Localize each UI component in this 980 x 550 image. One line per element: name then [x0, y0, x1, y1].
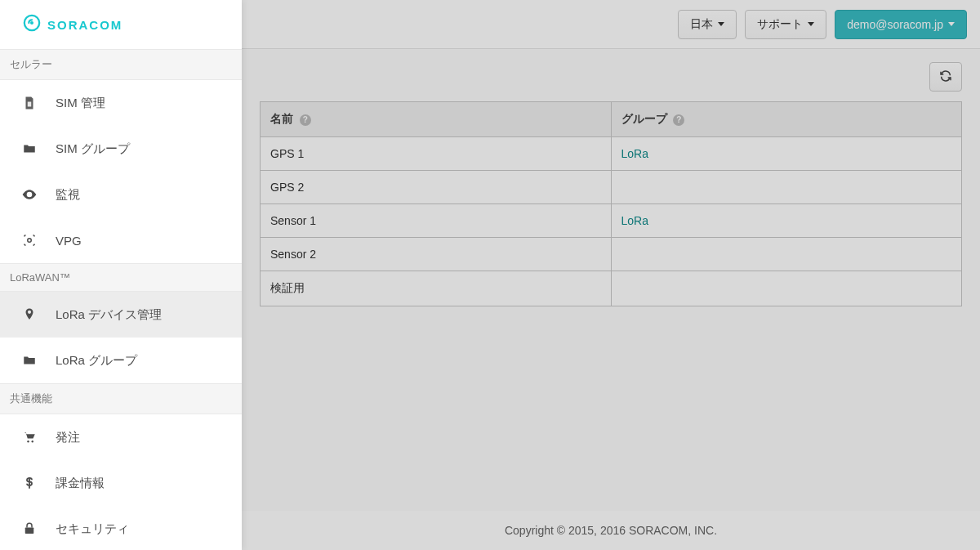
- sidebar: SORACOM セルラー SIM 管理 SIM グループ 監視 VPG LoRa…: [0, 0, 242, 550]
- sidebar-section-common: 共通機能: [0, 383, 242, 414]
- copyright-text: Copyright © 2015, 2016 SORACOM, INC.: [505, 524, 717, 537]
- folder-icon: [21, 352, 38, 369]
- support-dropdown[interactable]: サポート: [745, 10, 826, 39]
- cell-group: [611, 238, 962, 271]
- sidebar-item-label: 課金情報: [56, 476, 105, 491]
- logo-mark-icon: [23, 14, 41, 35]
- sidebar-item-label: LoRa グループ: [56, 353, 137, 369]
- column-header-name[interactable]: 名前 ?: [261, 102, 612, 137]
- cell-group: LoRa: [611, 204, 962, 238]
- help-icon[interactable]: ?: [673, 114, 684, 126]
- table-row[interactable]: GPS 2: [261, 171, 962, 204]
- table-toolbar: [260, 62, 962, 92]
- sim-icon: [21, 95, 38, 111]
- group-link[interactable]: LoRa: [621, 147, 648, 160]
- cell-name: Sensor 1: [261, 204, 612, 238]
- cart-icon: [21, 429, 38, 445]
- table-row[interactable]: GPS 1LoRa: [261, 137, 962, 171]
- chevron-down-icon: [948, 22, 955, 26]
- language-label: 日本: [690, 17, 713, 32]
- cell-name: Sensor 2: [261, 238, 612, 271]
- chevron-down-icon: [718, 22, 724, 26]
- table-row[interactable]: 検証用: [261, 271, 962, 306]
- account-dropdown[interactable]: demo@soracom.jp: [835, 10, 967, 39]
- sidebar-item-security[interactable]: セキュリティ: [0, 506, 242, 550]
- sidebar-section-cellular: セルラー: [0, 49, 242, 80]
- svg-point-5: [27, 440, 29, 442]
- help-icon[interactable]: ?: [300, 114, 311, 126]
- content: 名前 ? グループ ? GPS 1LoRaGPS 2Sensor 1LoRaSe…: [242, 49, 980, 511]
- sidebar-item-label: LoRa デバイス管理: [56, 307, 162, 323]
- main-area: 日本 サポート demo@soracom.jp 名前 ?: [242, 0, 980, 550]
- svg-point-4: [28, 239, 32, 243]
- brand-name: SORACOM: [47, 18, 122, 32]
- svg-point-3: [28, 193, 30, 195]
- sidebar-item-label: SIM 管理: [56, 96, 105, 111]
- column-header-label: グループ: [621, 112, 667, 125]
- cell-name: 検証用: [261, 271, 612, 306]
- svg-point-6: [32, 440, 33, 442]
- lock-icon: [21, 521, 38, 537]
- sidebar-item-lora-group[interactable]: LoRa グループ: [0, 338, 242, 383]
- eye-icon: [21, 186, 38, 203]
- sidebar-item-order[interactable]: 発注: [0, 414, 242, 460]
- group-link[interactable]: LoRa: [621, 214, 648, 227]
- svg-rect-7: [25, 528, 34, 534]
- table-header-row: 名前 ? グループ ?: [261, 102, 962, 137]
- sidebar-item-vpg[interactable]: VPG: [0, 217, 242, 263]
- footer: Copyright © 2015, 2016 SORACOM, INC.: [242, 511, 980, 550]
- account-label: demo@soracom.jp: [847, 18, 943, 31]
- refresh-icon: [939, 69, 952, 85]
- folder-icon: [21, 141, 38, 157]
- chevron-down-icon: [808, 22, 814, 26]
- column-header-group[interactable]: グループ ?: [611, 102, 962, 137]
- table-row[interactable]: Sensor 2: [261, 238, 962, 271]
- sidebar-item-label: セキュリティ: [56, 521, 129, 537]
- dollar-icon: [21, 475, 38, 491]
- logo-area: SORACOM: [0, 0, 242, 49]
- refresh-button[interactable]: [929, 62, 962, 92]
- svg-point-1: [30, 21, 33, 25]
- sidebar-item-label: 発注: [56, 430, 80, 445]
- sidebar-item-sim-management[interactable]: SIM 管理: [0, 80, 242, 126]
- cell-group: [611, 171, 962, 204]
- column-header-label: 名前: [270, 112, 293, 125]
- sidebar-item-billing[interactable]: 課金情報: [0, 460, 242, 506]
- sidebar-item-lora-device[interactable]: LoRa デバイス管理: [0, 292, 242, 338]
- sidebar-item-label: SIM グループ: [56, 141, 130, 157]
- sidebar-section-lorawan: LoRaWAN™: [0, 263, 242, 292]
- sidebar-item-sim-group[interactable]: SIM グループ: [0, 126, 242, 172]
- cell-group: LoRa: [611, 137, 962, 171]
- support-label: サポート: [757, 17, 803, 32]
- brand-logo[interactable]: SORACOM: [23, 14, 122, 35]
- sidebar-item-label: VPG: [56, 234, 82, 248]
- topbar: 日本 サポート demo@soracom.jp: [242, 0, 980, 49]
- vpg-icon: [21, 232, 38, 248]
- svg-rect-2: [28, 102, 32, 107]
- language-dropdown[interactable]: 日本: [678, 10, 737, 39]
- cell-group: [611, 271, 962, 306]
- device-table: 名前 ? グループ ? GPS 1LoRaGPS 2Sensor 1LoRaSe…: [260, 101, 962, 306]
- pin-icon: [21, 306, 38, 323]
- cell-name: GPS 2: [261, 171, 612, 204]
- cell-name: GPS 1: [261, 137, 612, 171]
- sidebar-item-label: 監視: [56, 187, 80, 203]
- sidebar-item-monitoring[interactable]: 監視: [0, 172, 242, 217]
- table-row[interactable]: Sensor 1LoRa: [261, 204, 962, 238]
